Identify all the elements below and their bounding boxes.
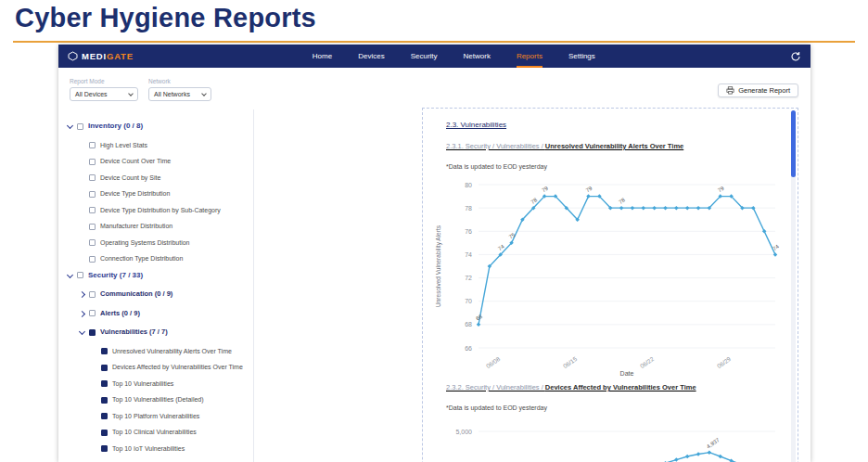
tree-item-label: Manufacturer Distribution [100,223,172,231]
report-scrollbar-thumb[interactable] [791,110,796,177]
chevron-down-icon[interactable] [67,122,73,129]
checkbox[interactable] [101,445,108,452]
generate-report-button[interactable]: Generate Report [718,83,798,97]
checkbox[interactable] [101,430,108,436]
tree-item-label: Connection Type Distribution [100,255,183,263]
tree-row[interactable]: Security (7 / 33) [68,272,251,280]
tree-row[interactable]: Manufacturer Distribution [68,223,251,231]
svg-text:79: 79 [717,185,725,193]
svg-text:78: 78 [618,197,626,205]
generate-report-label: Generate Report [738,86,790,95]
tree-row[interactable]: Device Count by Site [68,174,251,183]
tree-item-label: Device Count Over Time [100,158,171,166]
checkbox[interactable] [89,207,96,213]
tree-row[interactable]: Inventory (0 / 8) [68,122,251,131]
tree-item-label: Top 10 Clinical Vulnerabilities [112,429,197,437]
tree-row[interactable]: Unresolved Vulnerability Alerts Over Tim… [68,348,251,356]
report-section-heading[interactable]: 2.3. Vulnerabilities [446,121,506,129]
chevron-down-icon[interactable] [67,271,73,277]
checkbox[interactable] [89,291,96,298]
tree-row[interactable]: Connection Type Distribution [68,255,251,263]
checkbox[interactable] [101,397,108,404]
sidebar-divider [253,109,254,462]
tree-item-label: Security (7 / 33) [88,272,143,280]
tree-row[interactable]: Devices Affected by Vulnerabilities Over… [68,364,251,372]
nav-item-network[interactable]: Network [464,45,491,68]
svg-text:06/29: 06/29 [716,355,733,369]
checkbox[interactable] [101,413,108,419]
svg-text:75: 75 [508,232,517,240]
nav-item-devices[interactable]: Devices [358,45,384,68]
app-window: MEDIGATE HomeDevicesSecurityNetworkRepor… [58,45,811,462]
chevron-right-icon[interactable] [79,291,85,298]
svg-text:66: 66 [465,345,472,352]
network-select[interactable]: All Networks [148,87,211,101]
tree-row[interactable]: Vulnerabilities (7 / 7) [68,328,251,337]
checkbox[interactable] [89,256,96,263]
tree-row[interactable]: Operating Systems Distribution [68,239,251,248]
unresolved-vulnerability-alerts-chart: 807876747270686606/0806/1506/2206/296874… [430,175,785,391]
report-subheading-1[interactable]: 2.3.1. Security / Vulnerabilities / Unre… [446,142,683,150]
tree-row[interactable]: Top 10 Vulnerabilities [68,380,251,389]
tree-row[interactable]: Top 10 Vulnerabilities (Detailed) [68,396,251,404]
svg-text:70: 70 [465,298,472,304]
svg-text:68: 68 [475,314,483,322]
checkbox[interactable] [89,174,96,181]
tree-row[interactable]: Device Count Over Time [68,158,251,166]
checkbox[interactable] [89,239,96,246]
checkbox[interactable] [89,191,96,198]
tree-row[interactable]: Top 10 Platform Vulnerabilities [68,413,251,421]
checkbox[interactable] [77,272,83,278]
checkbox[interactable] [101,348,108,354]
tree-row[interactable]: Top 10 Clinical Vulnerabilities [68,429,251,437]
report-subheading-2[interactable]: 2.3.2. Security / Vulnerabilities / Devi… [446,383,696,391]
tree-row[interactable]: Communication (0 / 9) [68,290,251,299]
logo-text-medi: MEDI [82,51,107,61]
svg-text:80: 80 [465,182,472,188]
report-mode-select[interactable]: All Devices [70,87,138,101]
tree-item-label: High Level Stats [100,142,147,150]
tree-row[interactable]: High Level Stats [68,142,251,150]
checkbox[interactable] [89,142,96,148]
tree-item-label: Operating Systems Distribution [100,239,189,248]
checkbox[interactable] [77,123,83,130]
printer-icon [726,86,734,95]
tree-item-label: Top 10 IoT Vulnerabilities [112,445,185,454]
svg-text:74: 74 [465,251,472,258]
tree-row[interactable]: Device Type Distribution [68,190,251,199]
svg-text:76: 76 [465,228,472,235]
svg-text:72: 72 [465,275,472,281]
nav-item-home[interactable]: Home [313,45,332,68]
checkbox[interactable] [101,380,108,387]
sync-icon [790,51,801,62]
nav-item-settings[interactable]: Settings [568,45,595,68]
tree-row[interactable]: Alerts (0 / 9) [68,310,251,318]
report-mode-value: All Devices [75,91,108,97]
tree-row[interactable]: Device Type Distribution by Sub-Category [68,207,251,215]
checkbox[interactable] [89,310,96,316]
nav-item-reports[interactable]: Reports [517,45,542,68]
tree-item-label: Top 10 Vulnerabilities (Detailed) [112,396,204,404]
chevron-down-icon [201,91,207,96]
chevron-down-icon[interactable] [79,328,85,335]
nav-item-security[interactable]: Security [411,45,438,68]
tree-row[interactable]: Top 10 IoT Vulnerabilities [68,445,251,454]
checkbox[interactable] [101,365,108,371]
tree-item-label: Top 10 Platform Vulnerabilities [112,413,199,421]
page: Cyber Hygiene Reports MEDIGATE HomeDevic… [0,0,868,462]
medigate-logo-icon [68,51,78,61]
subheading-title: Devices Affected by Vulnerabilities Over… [545,383,696,391]
svg-text:06/15: 06/15 [562,355,579,369]
checkbox[interactable] [89,159,96,165]
network-value: All Networks [154,91,190,97]
report-preview-panel: 2.3. Vulnerabilities 2.3.1. Security / V… [422,108,798,462]
checkbox[interactable] [89,329,96,336]
medigate-logo[interactable]: MEDIGATE [68,51,134,61]
data-updated-note-2: *Data is updated to EOD yesterday [446,404,547,411]
navbar-right[interactable] [790,51,801,62]
devices-affected-chart: 5,00006/0806/1506/2206/294,937Devices Af… [430,418,785,462]
sidebar-tree: Inventory (0 / 8)High Level StatsDevice … [68,115,251,461]
nav-items: HomeDevicesSecurityNetworkReportsSetting… [313,45,595,68]
checkbox[interactable] [89,224,96,230]
chevron-right-icon[interactable] [79,310,85,316]
